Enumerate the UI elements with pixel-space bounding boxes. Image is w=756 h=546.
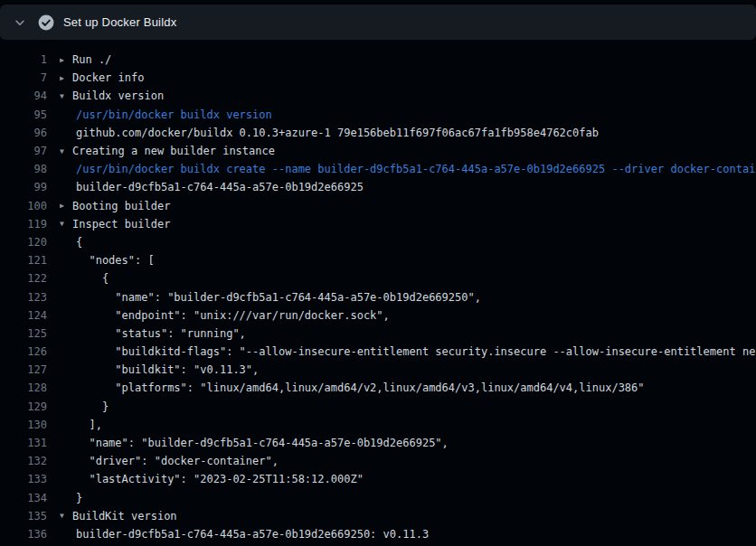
log-line: 7▶Docker info (0, 69, 756, 87)
log-text: } (76, 400, 109, 413)
log-line: 99builder-d9cfb5a1-c764-445a-a57e-0b19d2… (0, 178, 756, 196)
log-line: 119▼Inspect builder (0, 215, 756, 233)
log-line: 100▶Booting builder (0, 197, 756, 215)
log-line: 135▼BuildKit version (0, 507, 756, 525)
log-line: 129 } (0, 398, 756, 416)
log-text: Run ./ (72, 53, 111, 66)
log-text: "lastActivity": "2023-02-25T11:58:12.000… (76, 473, 364, 485)
log-text: builder-d9cfb5a1-c764-445a-a57e-0b19d2e6… (76, 528, 429, 541)
log-text: } (76, 492, 82, 504)
log-output: ], (60, 419, 756, 431)
log-line: 98/usr/bin/docker buildx create --name b… (0, 160, 756, 178)
log-text: builder-d9cfb5a1-c764-445a-a57e-0b19d2e6… (76, 181, 364, 193)
log-group-header[interactable]: ▼BuildKit version (60, 510, 756, 522)
line-number[interactable]: 124 (0, 309, 47, 322)
log-output: github.com/docker/buildx 0.10.3+azure-1 … (60, 127, 756, 139)
log-output: "driver": "docker-container", (60, 455, 756, 467)
log-text: { (76, 236, 82, 249)
log-line: 97▼Creating a new builder instance (0, 142, 756, 160)
log-line: 126 "buildkitd-flags": "--allow-insecure… (0, 343, 756, 361)
line-number[interactable]: 96 (0, 127, 47, 139)
log-command: /usr/bin/docker buildx create --name bui… (60, 163, 756, 175)
log-output: "name": "builder-d9cfb5a1-c764-445a-a57e… (60, 437, 756, 449)
line-number[interactable]: 136 (0, 528, 47, 541)
line-number[interactable]: 95 (0, 108, 47, 121)
triangle-down-icon: ▼ (60, 92, 72, 100)
log-text: Creating a new builder instance (72, 145, 275, 157)
line-number[interactable]: 131 (0, 437, 47, 449)
step-header[interactable]: Set up Docker Buildx (0, 5, 756, 40)
line-number[interactable]: 127 (0, 363, 47, 376)
log-text: "name": "builder-d9cfb5a1-c764-445a-a57e… (76, 437, 449, 449)
log-command: /usr/bin/docker buildx version (60, 108, 756, 121)
log-group-header[interactable]: ▼Creating a new builder instance (60, 145, 756, 157)
log-text: "nodes": [ (76, 254, 155, 267)
log-line: 130 ], (0, 416, 756, 434)
line-number[interactable]: 121 (0, 254, 47, 267)
line-number[interactable]: 119 (0, 218, 47, 231)
line-number[interactable]: 126 (0, 345, 47, 358)
line-number[interactable]: 132 (0, 455, 47, 467)
log-text: "status": "running", (76, 327, 246, 340)
log-group-header[interactable]: ▶Booting builder (60, 200, 756, 212)
line-number[interactable]: 120 (0, 236, 47, 249)
log-text: "platforms": "linux/amd64,linux/amd64/v2… (76, 381, 645, 394)
log-line: 123 "name": "builder-d9cfb5a1-c764-445a-… (0, 287, 756, 306)
line-number[interactable]: 130 (0, 419, 47, 431)
step-title: Set up Docker Buildx (63, 15, 176, 29)
log-text: Buildx version (72, 89, 164, 102)
log-group-header[interactable]: ▼Buildx version (60, 89, 756, 102)
log-line: 127 "buildkit": "v0.11.3", (0, 361, 756, 379)
log-output: "buildkit": "v0.11.3", (60, 363, 756, 376)
line-number[interactable]: 99 (0, 181, 47, 193)
log-output: "nodes": [ (60, 254, 756, 267)
triangle-right-icon: ▶ (60, 74, 72, 82)
log-line: 1▶Run ./ (0, 51, 756, 69)
log-area: 1▶Run ./7▶Docker info94▼Buildx version95… (0, 40, 756, 543)
log-line: 134} (0, 489, 756, 507)
log-output: } (60, 400, 756, 413)
line-number[interactable]: 134 (0, 492, 47, 504)
log-text: Booting builder (72, 200, 170, 212)
line-number[interactable]: 135 (0, 510, 47, 522)
log-output: "lastActivity": "2023-02-25T11:58:12.000… (60, 473, 756, 485)
line-number[interactable]: 123 (0, 291, 47, 304)
log-text: /usr/bin/docker buildx version (76, 108, 272, 121)
log-output: builder-d9cfb5a1-c764-445a-a57e-0b19d2e6… (60, 528, 756, 541)
log-group-header[interactable]: ▶Docker info (60, 71, 756, 84)
triangle-right-icon: ▶ (60, 202, 72, 210)
line-number[interactable]: 1 (0, 53, 47, 66)
triangle-down-icon: ▼ (60, 220, 72, 228)
log-line: 124 "endpoint": "unix:///var/run/docker.… (0, 306, 756, 325)
line-number[interactable]: 128 (0, 381, 47, 394)
log-output: "status": "running", (60, 327, 756, 340)
log-line: 96github.com/docker/buildx 0.10.3+azure-… (0, 124, 756, 142)
log-group-header[interactable]: ▶Run ./ (60, 53, 756, 66)
log-text: BuildKit version (72, 510, 177, 522)
log-text: Inspect builder (72, 218, 170, 231)
triangle-right-icon: ▶ (60, 56, 72, 64)
log-line: 122 { (0, 269, 756, 287)
log-text: Docker info (72, 71, 144, 84)
line-number[interactable]: 94 (0, 89, 47, 102)
line-number[interactable]: 100 (0, 200, 47, 212)
chevron-down-icon[interactable] (13, 15, 27, 30)
log-output: } (60, 492, 756, 504)
log-line: 94▼Buildx version (0, 87, 756, 105)
log-text: /usr/bin/docker buildx create --name bui… (76, 163, 756, 175)
check-circle-icon (38, 14, 54, 31)
line-number[interactable]: 125 (0, 327, 47, 340)
line-number[interactable]: 122 (0, 272, 47, 285)
line-number[interactable]: 133 (0, 473, 47, 485)
log-output: "endpoint": "unix:///var/run/docker.sock… (60, 309, 756, 322)
triangle-down-icon: ▼ (60, 512, 72, 520)
line-number[interactable]: 97 (0, 145, 47, 157)
log-group-header[interactable]: ▼Inspect builder (60, 218, 756, 231)
log-output: builder-d9cfb5a1-c764-445a-a57e-0b19d2e6… (60, 181, 756, 193)
line-number[interactable]: 7 (0, 71, 47, 84)
log-line: 95/usr/bin/docker buildx version (0, 106, 756, 124)
log-text: { (76, 272, 109, 285)
log-output: { (60, 272, 756, 285)
line-number[interactable]: 98 (0, 163, 47, 175)
line-number[interactable]: 129 (0, 400, 47, 413)
